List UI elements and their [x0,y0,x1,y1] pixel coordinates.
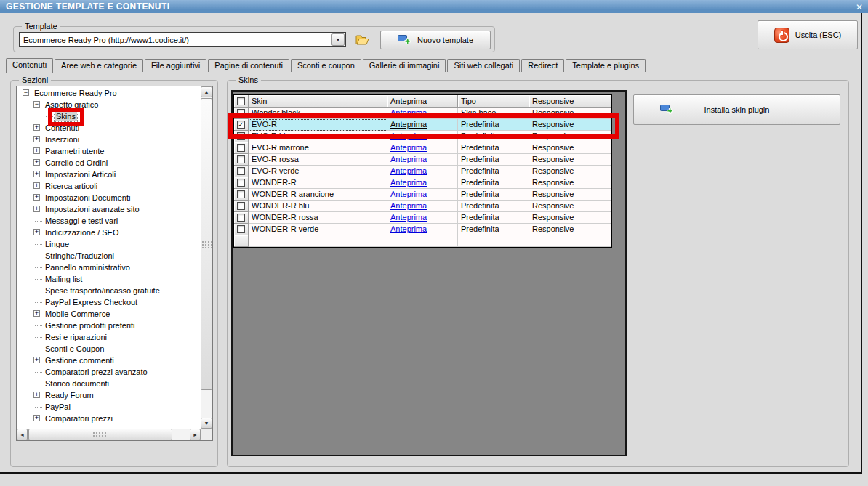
expand-icon[interactable]: + [33,206,40,212]
scroll-left-button[interactable]: ◄ [17,429,28,440]
tree-item-resi-e-riparazioni[interactable]: Resi e riparazioni [17,331,200,343]
anteprima-link[interactable]: Anteprima [390,189,427,200]
expand-icon[interactable]: + [33,136,40,142]
table-row-evo-r-verde[interactable]: EVO-R verdeAnteprimaPredefinitaResponsiv… [234,166,611,177]
tab-gallerie-di-immagini[interactable]: Gallerie di immagini [363,59,446,72]
scroll-right-button[interactable]: ► [190,429,201,440]
expand-icon[interactable]: + [33,357,40,363]
expand-icon[interactable]: + [33,182,40,189]
row-checkbox[interactable] [237,144,245,152]
tree-item-paypal-express-checkout[interactable]: PayPal Express Checkout [17,296,200,308]
tree-item-lingue[interactable]: Lingue [17,238,200,250]
tree-item-indicizzazione-seo[interactable]: +Indicizzazione / SEO [17,227,200,238]
table-row-wonder-r-blu[interactable]: WONDER-R bluAnteprimaPredefinitaResponsi… [234,201,611,212]
row-checkbox[interactable] [237,155,245,163]
expand-icon[interactable]: + [33,194,40,201]
anteprima-link[interactable]: Anteprima [390,119,427,130]
open-template-folder-button[interactable] [353,31,373,49]
column-header-skin[interactable]: Skin [249,95,387,108]
tree-item-gestione-prodotti-preferiti[interactable]: Gestione prodotti preferiti [17,320,200,331]
row-checkbox[interactable] [237,167,245,175]
exit-button[interactable]: Uscita (ESC) [758,20,858,49]
tree-vscroll-thumb[interactable] [201,98,212,390]
row-checkbox[interactable] [237,109,245,117]
table-row-wonder-r-verde[interactable]: WONDER-R verdeAnteprimaPredefinitaRespon… [234,224,611,235]
tab-pagine-di-contenuti[interactable]: Pagine di contenuti [208,59,289,72]
tab-sconti-e-coupon[interactable]: Sconti e coupon [291,59,361,72]
expand-icon[interactable]: + [33,310,40,317]
tree-item-impostazioni-documenti[interactable]: +Impostazioni Documenti [17,192,200,203]
anteprima-link[interactable]: Anteprima [390,108,427,118]
new-template-button[interactable]: Nuovo template [380,31,491,49]
expand-icon[interactable]: + [33,124,40,131]
tree-item-paypal[interactable]: PayPal [17,401,200,413]
row-checkbox[interactable] [237,132,245,140]
row-checkbox[interactable] [237,214,245,222]
anteprima-link[interactable]: Anteprima [390,166,427,177]
anteprima-link[interactable]: Anteprima [390,142,427,153]
close-icon[interactable]: ✕ [856,1,863,14]
tree-item-stringhe-traduzioni[interactable]: Stringhe/Traduzioni [17,250,200,262]
tab-redirect[interactable]: Redirect [521,59,564,72]
row-checkbox[interactable] [237,202,245,210]
anteprima-link[interactable]: Anteprima [390,177,427,188]
tree-item-gestione-commenti[interactable]: +Gestione commenti [17,355,200,366]
table-row-evo-r-marrone[interactable]: EVO-R marroneAnteprimaPredefinitaRespons… [234,142,611,154]
tree-item-comparatori-prezzi-avanzato[interactable]: Comparatori prezzi avanzato [17,366,200,378]
anteprima-link[interactable]: Anteprima [390,131,427,142]
tab-aree-web-e-categorie[interactable]: Aree web e categorie [55,59,143,72]
tree-item-comparatori-prezzi[interactable]: +Comparatori prezzi [17,413,200,424]
row-checkbox[interactable] [237,190,245,198]
select-all-checkbox[interactable] [237,97,245,105]
expand-icon[interactable]: + [33,229,40,235]
tab-contenuti[interactable]: Contenuti [6,58,53,73]
expand-icon[interactable]: + [33,147,40,154]
collapse-icon[interactable]: − [23,89,29,96]
row-checkbox[interactable]: ✓ [237,121,245,129]
table-row-evo-r[interactable]: ✓EVO-RAnteprimaPredefinitaResponsive [234,119,611,131]
tree-item-ricerca-articoli[interactable]: +Ricerca articoli [17,180,200,192]
table-row-wonder-r-arancione[interactable]: WONDER-R arancioneAnteprimaPredefinitaRe… [234,189,611,201]
anteprima-link[interactable]: Anteprima [390,201,427,211]
anteprima-link[interactable]: Anteprima [390,224,427,235]
tab-file-aggiuntivi[interactable]: File aggiuntivi [145,59,206,72]
tree-item-pannello-amministrativo[interactable]: Pannello amministrativo [17,262,200,273]
expand-icon[interactable]: + [33,171,40,177]
tree-item-carrello-ed-ordini[interactable]: +Carrello ed Ordini [17,157,200,169]
scroll-up-button[interactable]: ▲ [201,86,212,97]
tree-item-ready-forum[interactable]: +Ready Forum [17,389,200,401]
table-row-wonder-r-rossa[interactable]: WONDER-R rossaAnteprimaPredefinitaRespon… [234,212,611,224]
table-row-evo-r-blu[interactable]: EVO-R bluAnteprimaPredefinitaResponsive [234,131,611,142]
tree-item-messaggi-e-testi-vari[interactable]: Messaggi e testi vari [17,215,200,227]
scroll-down-button[interactable]: ▼ [201,418,212,429]
table-row-wonder-black[interactable]: Wonder blackAnteprimaSkin baseResponsive [234,108,611,119]
row-checkbox[interactable] [237,225,245,233]
anteprima-link[interactable]: Anteprima [390,212,427,223]
tree-item-aspetto-grafico[interactable]: −Aspetto grafico [17,99,200,110]
table-row-evo-r-rossa[interactable]: EVO-R rossaAnteprimaPredefinitaResponsiv… [234,154,611,166]
tree-item-storico-documenti[interactable]: Storico documenti [17,378,200,389]
tree-item-mobile-commerce[interactable]: +Mobile Commerce [17,308,200,320]
tree-item-skins[interactable]: Skins [17,110,200,122]
tree-item-spese-trasporto-incasso-gratuite[interactable]: Spese trasporto/incasso gratuite [17,285,200,296]
tree-item-impostazioni-avanzate-sito[interactable]: +Impostazioni avanzate sito [17,203,200,215]
tab-template-e-plugins[interactable]: Template e plugins [566,59,646,72]
install-skin-plugin-button[interactable]: Installa skin plugin [633,94,840,125]
template-combobox[interactable]: Ecommerce Ready Pro (http://www1.codice.… [19,32,346,47]
expand-icon[interactable]: + [33,415,40,421]
column-header-tipo[interactable]: Tipo [458,95,529,108]
tree-hscroll-thumb[interactable] [28,429,172,440]
tree-item-ecommerce-ready-pro[interactable]: −Ecommerce Ready Pro [17,87,200,99]
row-checkbox[interactable] [237,179,245,187]
combobox-dropdown-button[interactable]: ▼ [331,33,345,46]
tree-item-parametri-utente[interactable]: +Parametri utente [17,145,200,157]
column-header-anteprima[interactable]: Anteprima [387,95,458,108]
tree-item-inserzioni[interactable]: +Inserzioni [17,134,200,145]
tree-item-sconti-e-coupon[interactable]: Sconti e Coupon [17,343,200,355]
tree-item-impostazioni-articoli[interactable]: +Impostazioni Articoli [17,169,200,180]
expand-icon[interactable]: + [33,392,40,398]
column-header-responsive[interactable]: Responsive [529,95,611,108]
tree-item-contenuti[interactable]: +Contenuti [17,122,200,134]
expand-icon[interactable]: + [33,159,40,166]
table-row-wonder-r[interactable]: WONDER-RAnteprimaPredefinitaResponsive [234,177,611,189]
